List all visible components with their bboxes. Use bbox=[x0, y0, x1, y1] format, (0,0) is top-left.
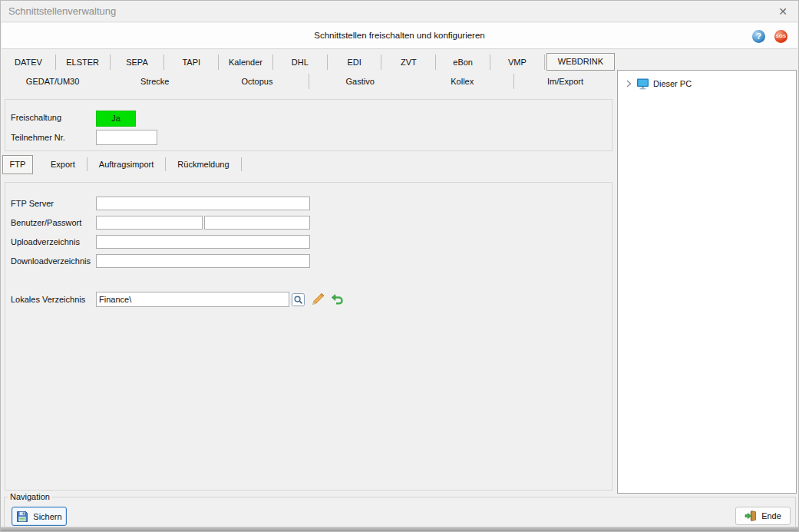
tab-dhl[interactable]: DHL bbox=[273, 53, 327, 71]
subtab-rueckmeldung[interactable]: Rückmeldung bbox=[166, 155, 240, 173]
exit-door-icon bbox=[745, 510, 757, 522]
end-button[interactable]: Ende bbox=[735, 507, 791, 525]
user-password-label: Benutzer/Passwort bbox=[11, 218, 81, 227]
tab-ebon[interactable]: eBon bbox=[436, 53, 490, 71]
tab-strecke[interactable]: Strecke bbox=[104, 72, 206, 91]
ftp-server-label: FTP Server bbox=[11, 199, 54, 208]
floppy-disk-icon bbox=[16, 511, 28, 523]
tree-item-dieser-pc[interactable]: Dieser PC bbox=[624, 78, 796, 90]
subtab-ftp[interactable]: FTP bbox=[2, 155, 33, 174]
browse-directory-icon[interactable] bbox=[291, 292, 305, 306]
directory-tree-panel: Dieser PC bbox=[617, 70, 797, 494]
tab-sepa[interactable]: SEPA bbox=[111, 53, 164, 71]
edit-pencil-icon[interactable] bbox=[311, 292, 325, 306]
main-tabs-row1: DATEV ELSTER SEPA TAPI Kalender DHL EDI … bbox=[2, 52, 616, 71]
save-button[interactable]: Sichern bbox=[12, 507, 67, 526]
tab-kollex[interactable]: Kollex bbox=[411, 72, 513, 91]
tab-separator bbox=[544, 55, 545, 70]
save-button-label: Sichern bbox=[33, 512, 61, 521]
undo-reset-icon[interactable] bbox=[330, 292, 344, 306]
tab-tapi[interactable]: TAPI bbox=[164, 53, 218, 71]
title-bar: Schnittstellenverwaltung ✕ bbox=[1, 1, 798, 22]
tab-edi[interactable]: EDI bbox=[328, 53, 381, 71]
activation-toggle[interactable]: Ja bbox=[96, 111, 136, 127]
navigation-group-label: Navigation bbox=[8, 492, 52, 501]
download-directory-input[interactable] bbox=[96, 254, 310, 268]
activation-group: Freischaltung Ja Teilnehmer Nr. bbox=[5, 99, 612, 151]
sub-tabs: FTP Export Auftragsimport Rückmeldung bbox=[2, 154, 242, 174]
tab-zvt[interactable]: ZVT bbox=[381, 53, 435, 71]
tab-gastivo[interactable]: Gastivo bbox=[309, 72, 411, 91]
help-icon[interactable]: ? bbox=[752, 30, 765, 43]
tab-separator bbox=[241, 157, 242, 171]
navigation-group: Navigation bbox=[4, 492, 796, 527]
download-directory-label: Downloadverzeichnis bbox=[11, 256, 91, 266]
local-directory-label: Lokales Verzeichnis bbox=[11, 295, 85, 304]
ftp-settings-panel: FTP Server Benutzer/Passwort Uploadverze… bbox=[5, 182, 612, 491]
computer-icon bbox=[636, 78, 649, 90]
subtab-export[interactable]: Export bbox=[39, 155, 87, 173]
local-directory-input[interactable] bbox=[96, 292, 289, 307]
tab-octopus[interactable]: Octopus bbox=[206, 72, 308, 91]
tree-item-label: Dieser PC bbox=[653, 79, 692, 88]
participant-number-label: Teilnehmer Nr. bbox=[11, 133, 65, 142]
upload-directory-label: Uploadverzeichnis bbox=[11, 237, 80, 246]
tab-gedat-um30[interactable]: GEDAT/UM30 bbox=[2, 72, 104, 91]
sos-icon[interactable]: SOS bbox=[774, 30, 787, 43]
subtab-auftragsimport[interactable]: Auftragsimport bbox=[87, 155, 166, 173]
ftp-user-input[interactable] bbox=[96, 216, 203, 230]
header-bar: Schnittstellen freischalten und konfigur… bbox=[2, 23, 797, 49]
window-bottom-edge bbox=[1, 527, 798, 531]
tab-elster[interactable]: ELSTER bbox=[56, 53, 110, 71]
ftp-password-input[interactable] bbox=[204, 216, 310, 230]
tab-kalender[interactable]: Kalender bbox=[219, 53, 272, 71]
participant-number-input[interactable] bbox=[96, 130, 157, 145]
upload-directory-input[interactable] bbox=[96, 235, 310, 249]
main-tabs-row2: GEDAT/UM30 Strecke Octopus Gastivo Kolle… bbox=[2, 71, 616, 91]
tab-webdrink[interactable]: WEBDRINK bbox=[546, 53, 615, 71]
tab-datev[interactable]: DATEV bbox=[2, 53, 55, 71]
chevron-right-icon[interactable] bbox=[624, 79, 633, 88]
close-icon[interactable]: ✕ bbox=[774, 4, 792, 19]
app-window: Schnittstellenverwaltung ✕ Schnittstelle… bbox=[0, 0, 799, 532]
page-title: Schnittstellen freischalten und konfigur… bbox=[2, 31, 797, 40]
tab-vmp[interactable]: VMP bbox=[490, 53, 544, 71]
tab-im-export[interactable]: Im/Export bbox=[514, 72, 616, 91]
ftp-server-input[interactable] bbox=[96, 197, 310, 210]
activation-label: Freischaltung bbox=[11, 113, 61, 122]
end-button-label: Ende bbox=[761, 511, 781, 520]
window-title: Schnittstellenverwaltung bbox=[8, 5, 116, 17]
